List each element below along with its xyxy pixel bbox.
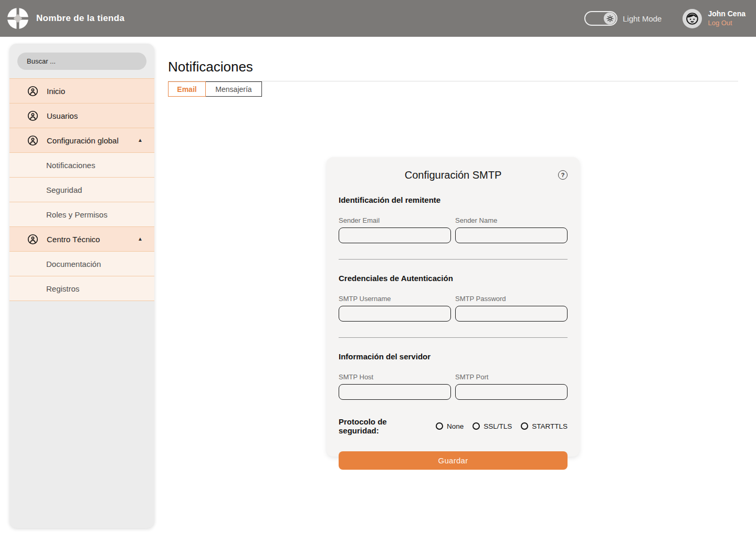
card-title: Configuración SMTP [339, 169, 568, 181]
radio-none[interactable]: None [436, 422, 464, 430]
face-icon [685, 12, 699, 26]
header-right: Light Mode John Cena Log Out [584, 9, 746, 28]
user-avatar [682, 9, 702, 28]
sidebar-item-centro-tecnico[interactable]: Centro Técnico ▲ [9, 227, 154, 252]
sender-name-field[interactable] [455, 227, 568, 243]
section-heading-credenciales: Credenciales de Autenticación [339, 274, 568, 283]
smtp-password-field[interactable] [455, 306, 568, 322]
sidebar-item-label: Inicio [47, 87, 65, 96]
sidebar-subitem-label: Registros [46, 284, 79, 293]
sidebar-item-label: Usuarios [47, 111, 78, 120]
toggle-knob [604, 13, 616, 25]
sidebar-subitem-registros[interactable]: Registros [9, 276, 154, 301]
user-menu: John Cena Log Out [682, 9, 746, 28]
light-mode-toggle[interactable] [584, 11, 617, 26]
radio-starttls[interactable]: STARTTLS [521, 422, 568, 430]
section-divider [339, 259, 568, 260]
help-icon[interactable]: ? [558, 170, 568, 180]
protocol-row: Protocolo de seguridad: None SSL/TLS STA… [339, 417, 568, 435]
field-label: SMTP Password [455, 295, 568, 303]
smtp-host-field[interactable] [339, 384, 451, 400]
light-mode-label: Light Mode [623, 14, 662, 23]
radio-circle-icon [436, 422, 443, 430]
page-title: Notificaciones [168, 59, 738, 75]
sender-email-field[interactable] [339, 227, 451, 243]
field-label: SMTP Username [339, 295, 451, 303]
sidebar-subitem-label: Roles y Permisos [46, 210, 108, 219]
search-input[interactable] [17, 53, 146, 70]
sidebar-subitem-label: Seguridad [46, 185, 82, 194]
section-heading-servidor: Información del servidor [339, 352, 568, 361]
user-name: John Cena [708, 9, 746, 19]
logout-link[interactable]: Log Out [708, 19, 746, 27]
sidebar-subitem-documentacion[interactable]: Documentación [9, 252, 154, 276]
smtp-port-field[interactable] [455, 384, 568, 400]
sun-icon [606, 15, 614, 22]
sidebar-item-inicio[interactable]: Inicio [9, 79, 154, 104]
field-label: Sender Email [339, 216, 451, 224]
radio-circle-icon [521, 422, 528, 430]
app-header: Nombre de la tienda Light Mode [0, 0, 756, 37]
field-label: SMTP Port [455, 373, 568, 381]
sidebar-menu: Inicio Usuarios Configuración global ▲ N… [9, 78, 154, 301]
section-divider [339, 337, 568, 338]
radio-ssl-tls[interactable]: SSL/TLS [472, 422, 512, 430]
main-content: Notificaciones Email Mensajería [168, 37, 738, 97]
account-circle-icon [27, 86, 38, 97]
store-name: Nombre de la tienda [36, 13, 124, 24]
sidebar-subitem-seguridad[interactable]: Seguridad [9, 178, 154, 202]
sidebar-subitem-label: Notificaciones [46, 161, 95, 170]
tabs: Email Mensajería [168, 81, 738, 97]
tab-mensajeria[interactable]: Mensajería [206, 81, 262, 97]
sidebar-subitem-notificaciones[interactable]: Notificaciones [9, 153, 154, 178]
tab-email[interactable]: Email [168, 81, 206, 97]
protocol-label: Protocolo de seguridad: [339, 417, 422, 435]
field-label: Sender Name [455, 216, 568, 224]
radio-circle-icon [472, 422, 480, 430]
save-button[interactable]: Guardar [339, 451, 568, 470]
sidebar-item-label: Configuración global [47, 136, 119, 145]
caret-up-icon[interactable]: ▲ [138, 138, 143, 143]
sidebar-item-configuracion-global[interactable]: Configuración global ▲ [9, 128, 154, 153]
sidebar-item-label: Centro Técnico [47, 235, 100, 244]
account-circle-icon [27, 135, 38, 146]
pinwheel-logo-icon [7, 8, 28, 29]
field-label: SMTP Host [339, 373, 451, 381]
sidebar: Inicio Usuarios Configuración global ▲ N… [9, 44, 154, 528]
sidebar-item-usuarios[interactable]: Usuarios [9, 104, 154, 128]
sidebar-subitem-label: Documentación [46, 260, 101, 268]
section-heading-remitente: Identificación del remitente [339, 195, 568, 204]
account-circle-icon [27, 110, 38, 121]
account-circle-icon [27, 234, 38, 245]
sidebar-subitem-roles-y-permisos[interactable]: Roles y Permisos [9, 202, 154, 227]
smtp-username-field[interactable] [339, 306, 451, 322]
caret-up-icon[interactable]: ▲ [138, 236, 143, 242]
smtp-config-card: Configuración SMTP ? Identificación del … [327, 157, 580, 457]
